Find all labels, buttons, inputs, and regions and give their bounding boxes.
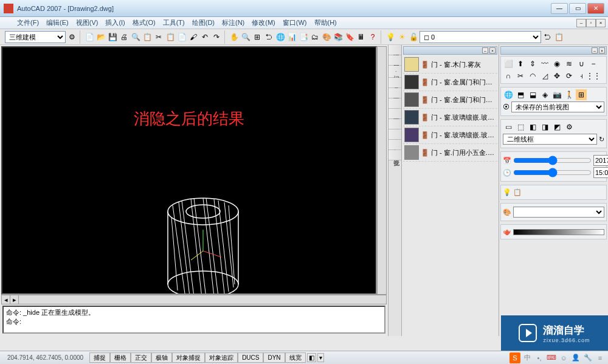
publish-icon[interactable]: 📋 — [142, 32, 153, 43]
material-browser-icon[interactable]: 🎨 — [503, 208, 511, 216]
status-toggle-线宽[interactable]: 线宽 — [285, 352, 306, 363]
camera-icon[interactable]: 📷 — [551, 89, 562, 100]
mdi-minimize[interactable]: – — [576, 19, 586, 27]
render-icon[interactable]: 🫖 — [503, 228, 511, 236]
time-input[interactable] — [593, 167, 608, 178]
markup-icon[interactable]: 🔖 — [344, 32, 355, 43]
vs-manage-icon[interactable]: ⚙ — [564, 122, 575, 132]
viewport-scrollbar-horizontal[interactable]: ◂ ▸ — [1, 295, 387, 304]
bulb-icon[interactable]: 💡 — [385, 32, 396, 43]
material-select[interactable] — [513, 207, 604, 218]
align-icon[interactable]: ⫞ — [576, 70, 587, 81]
side-tab-木材[interactable]: 木材 — [389, 119, 401, 129]
tool-palette-icon[interactable]: 🎨 — [321, 32, 332, 43]
side-tab-视觉[interactable]: 视觉 — [389, 150, 401, 160]
undo-icon[interactable]: ↶ — [199, 32, 210, 43]
help-icon[interactable]: ? — [367, 32, 378, 43]
palette-close-icon[interactable]: × — [489, 47, 496, 53]
status-toggle-DUCS[interactable]: DUCS — [238, 352, 263, 363]
save-icon[interactable]: 💾 — [107, 32, 118, 43]
revolve-icon[interactable]: ◉ — [551, 58, 562, 69]
orbit-tool-icon[interactable]: 🌐 — [503, 89, 514, 100]
subtract-icon[interactable]: − — [588, 58, 599, 69]
side-tab-家具[interactable]: 家具 — [389, 78, 401, 88]
paste-icon[interactable]: 📄 — [176, 32, 187, 43]
menu-插入(I)[interactable]: 插入(I) — [102, 18, 128, 27]
vs-hidden-icon[interactable]: ◧ — [527, 122, 538, 132]
minimize-button[interactable]: — — [551, 3, 568, 14]
freeze-icon[interactable]: ☀ — [396, 32, 407, 43]
side-tab-光景[interactable]: 光景 — [389, 129, 401, 140]
side-tab-墙板[interactable]: 墙板 — [389, 98, 401, 109]
copy-icon[interactable]: 📋 — [165, 32, 176, 43]
lock-icon[interactable]: 🔓 — [408, 32, 419, 43]
material-row[interactable]: 🚪门 - 窗.玻璃镶嵌.玻璃... — [403, 109, 497, 126]
new-icon[interactable]: 📄 — [84, 32, 95, 43]
open-icon[interactable]: 📂 — [95, 32, 106, 43]
tray-keyboard-icon[interactable]: ⌨ — [546, 352, 557, 363]
dashboard-icon[interactable]: 📊 — [286, 32, 297, 43]
model-space-icon[interactable]: ◧ — [307, 353, 316, 362]
status-toggle-DYN[interactable]: DYN — [263, 352, 285, 363]
view-top-icon[interactable]: ⬒ — [515, 89, 526, 100]
dcenter-icon[interactable]: 🗂 — [309, 32, 320, 43]
presspull-icon[interactable]: ⇕ — [527, 58, 538, 69]
rotate3d-icon[interactable]: ⟳ — [564, 70, 575, 81]
chamfer-icon[interactable]: ◿ — [539, 70, 550, 81]
array3d-icon[interactable]: ⋮⋮ — [588, 70, 599, 81]
view-front-icon[interactable]: ⬓ — [527, 89, 538, 100]
zoom-realtime-icon[interactable]: 🔍 — [240, 32, 251, 43]
menu-文件(F)[interactable]: 文件(F) — [13, 18, 43, 27]
material-row[interactable]: 🚪门 - 窗.金属门和门框... — [403, 74, 497, 91]
dashboard-close-icon[interactable]: × — [599, 47, 605, 53]
menu-修改(M)[interactable]: 修改(M) — [248, 18, 279, 27]
viewport[interactable]: 消隐之后的结果 — [1, 46, 377, 295]
tray-ime-punct-icon[interactable]: •, — [534, 352, 545, 363]
workspace-select[interactable]: 三维建模 — [5, 31, 66, 43]
status-toggle-栅格[interactable]: 栅格 — [110, 352, 131, 363]
tray-settings-icon[interactable]: 🔧 — [582, 352, 593, 363]
menu-窗口(W)[interactable]: 窗口(W) — [279, 18, 311, 27]
menu-视图(V)[interactable]: 视图(V) — [72, 18, 102, 27]
side-tab-门·窗[interactable]: 门·窗 — [389, 66, 401, 78]
match-icon[interactable]: 🖌 — [188, 32, 199, 43]
status-toggle-极轴[interactable]: 极轴 — [151, 352, 172, 363]
layer-prev-icon[interactable]: ⮌ — [542, 32, 553, 43]
orbit-icon[interactable]: 🌐 — [275, 32, 286, 43]
viewport-scrollbar-vertical[interactable] — [377, 46, 387, 295]
layer-select[interactable]: ◻ 0 — [420, 31, 541, 43]
menu-帮助(H)[interactable]: 帮助(H) — [311, 18, 340, 27]
move3d-icon[interactable]: ✥ — [551, 70, 562, 81]
loft-icon[interactable]: ≋ — [564, 58, 575, 69]
mdi-restore[interactable]: ▫ — [586, 19, 596, 27]
material-row[interactable]: 🚪门 - 窗.金属门和门框... — [403, 91, 497, 109]
menu-编辑(E)[interactable]: 编辑(E) — [43, 18, 72, 27]
union-icon[interactable]: ∪ — [576, 58, 587, 69]
view-iso-icon[interactable]: ◈ — [539, 89, 550, 100]
fillet-icon[interactable]: ◠ — [527, 70, 538, 81]
dashboard-min-icon[interactable]: – — [592, 47, 598, 53]
palette-min-icon[interactable]: – — [482, 47, 488, 53]
menu-绘图(D)[interactable]: 绘图(D) — [188, 18, 218, 27]
box-icon[interactable]: ⬜ — [503, 58, 514, 69]
vs-2dwire-icon[interactable]: ▭ — [503, 122, 514, 132]
side-tab-相机[interactable]: 相机 — [389, 140, 401, 150]
side-tab-地面[interactable]: 地面 — [389, 88, 401, 98]
vs-conceptual-icon[interactable]: ◩ — [551, 122, 562, 132]
zoom-prev-icon[interactable]: ⮌ — [263, 32, 274, 43]
redo-icon[interactable]: ↷ — [211, 32, 222, 43]
status-toggle-对象捕捉[interactable]: 对象捕捉 — [172, 352, 205, 363]
tray-ime-zh-icon[interactable]: 中 — [522, 352, 533, 363]
status-toggle-对象追踪[interactable]: 对象追踪 — [205, 352, 238, 363]
command-line[interactable]: 命令: _hide 正在重生成模型。 命令: — [2, 306, 385, 334]
date-input[interactable] — [593, 155, 608, 166]
time-slider[interactable] — [513, 168, 592, 177]
material-row[interactable]: 🚪门 - 窗.木门.雾灰 — [403, 56, 497, 74]
close-button[interactable]: ✕ — [587, 3, 604, 14]
layer-states-icon[interactable]: 📋 — [553, 32, 564, 43]
zoom-window-icon[interactable]: ⊞ — [252, 32, 263, 43]
slice-icon[interactable]: ✂ — [515, 70, 526, 81]
walk-icon[interactable]: 🚶 — [564, 89, 575, 100]
properties-icon[interactable]: 📑 — [298, 32, 309, 43]
maximize-button[interactable]: ▭ — [569, 3, 586, 14]
